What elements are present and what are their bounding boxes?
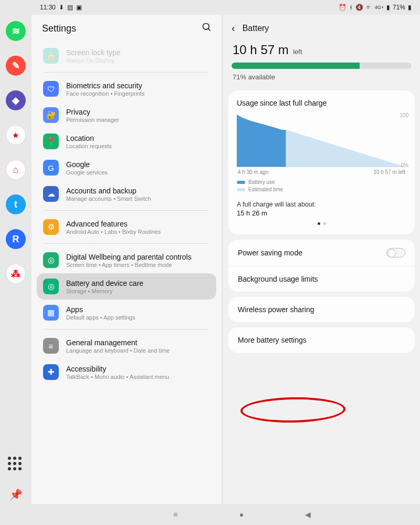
settings-item-general[interactable]: ≡General managementLanguage and keyboard…	[37, 333, 216, 359]
accounts-icon: ☁	[43, 186, 59, 202]
settings-item-apps[interactable]: ▦AppsDefault apps • App settings	[37, 300, 216, 326]
battery-title: Battery	[243, 24, 269, 33]
image-icon: ▣	[76, 4, 82, 11]
power-options-card: Power saving mode Background usage limit…	[228, 240, 415, 292]
wireless-card: Wireless power sharing	[228, 297, 415, 322]
wellbeing-title: Digital Wellbeing and parental controls	[66, 253, 192, 261]
dock-app-twitter[interactable]: t	[6, 194, 26, 214]
accounts-subtitle: Manage accounts • Smart Switch	[66, 195, 151, 202]
dock-app-home[interactable]: ⌂	[6, 160, 26, 180]
location-title: Location	[66, 134, 112, 142]
apps-grid-icon[interactable]	[8, 457, 24, 470]
battery-icon: ◎	[43, 279, 59, 294]
settings-list[interactable]: 🔒Screen lock typeAlways On Display🛡Biome…	[32, 43, 222, 504]
wifi-icon: ᯤ	[366, 4, 372, 11]
alarm-icon: ⏰	[339, 4, 346, 11]
legend-estimated: Estimated time	[237, 187, 406, 192]
search-icon[interactable]	[202, 22, 212, 35]
back-icon[interactable]: ‹	[232, 22, 235, 34]
settings-item-wellbeing[interactable]: ◎Digital Wellbeing and parental controls…	[37, 247, 216, 273]
dock-app-r[interactable]: R	[6, 229, 26, 249]
power-saving-label: Power saving mode	[238, 249, 302, 257]
nav-bar: ≡ ● ◀	[63, 504, 420, 525]
more-card: More battery settings	[228, 327, 415, 353]
settings-item-biometrics[interactable]: 🛡Biometrics and securityFace recognition…	[37, 76, 216, 102]
biometrics-title: Biometrics and security	[66, 81, 144, 90]
advanced-icon: ⚙	[43, 219, 59, 235]
accounts-title: Accounts and backup	[66, 187, 151, 195]
chart-y-top: 100	[400, 112, 408, 118]
wellbeing-subtitle: Screen time • App timers • Bedtime mode	[66, 262, 192, 268]
battery-title: Battery and device care	[66, 279, 143, 287]
battery-available: 71% available	[228, 73, 415, 86]
general-title: General management	[66, 338, 170, 347]
apps-icon: ▦	[43, 305, 59, 321]
settings-item-privacy[interactable]: 🔐PrivacyPermission manager	[37, 102, 216, 128]
notif-icon: ▤	[67, 4, 73, 11]
bluetooth-icon: ᚼ	[349, 4, 353, 11]
more-settings-row[interactable]: More battery settings	[228, 327, 415, 353]
chart-x-right: 10 h 57 m left	[373, 169, 405, 175]
accessibility-subtitle: TalkBack • Mono audio • Assistant menu	[66, 374, 169, 380]
mute-icon: 🔇	[355, 4, 363, 11]
usage-chart-svg	[237, 115, 406, 167]
svg-point-0	[203, 24, 209, 30]
dot-2	[323, 222, 326, 225]
legend-battery-use: Battery use	[237, 179, 406, 185]
advanced-title: Advanced features	[66, 220, 161, 228]
more-settings-label: More battery settings	[238, 336, 307, 344]
advanced-subtitle: Android Auto • Labs • Bixby Routines	[66, 229, 161, 235]
usage-card[interactable]: Usage since last full charge 100 0% 4 h …	[228, 90, 415, 234]
settings-item-battery[interactable]: ◎Battery and device careStorage • Memory	[37, 273, 216, 300]
google-title: Google	[66, 160, 108, 169]
download-icon: ⬇	[59, 4, 64, 11]
battery-icon: ▮	[408, 4, 412, 11]
biometrics-subtitle: Face recognition • Fingerprints	[66, 90, 144, 97]
dock-app-slack[interactable]: ⁂	[6, 264, 26, 284]
page-dots[interactable]	[237, 222, 406, 225]
privacy-title: Privacy	[66, 108, 119, 116]
settings-divider	[45, 72, 208, 73]
status-bar: 11:30 ⬇ ▤ ▣ ⏰ ᚼ 🔇 ᯤ 4G+ ▮ 71% ▮	[32, 0, 420, 15]
nav-back-icon[interactable]: ◀	[303, 510, 312, 519]
dock-app-notes[interactable]: ✎	[6, 56, 26, 76]
location-icon: 📍	[43, 133, 59, 149]
settings-item-location[interactable]: 📍LocationLocation requests	[37, 128, 216, 155]
usage-card-title: Usage since last full charge	[237, 99, 406, 107]
bg-usage-row[interactable]: Background usage limits	[228, 266, 415, 292]
time-remaining-suffix: left	[293, 48, 302, 56]
battery-bar	[232, 63, 412, 69]
power-saving-toggle[interactable]	[386, 248, 405, 258]
nav-home-icon[interactable]: ●	[237, 510, 246, 519]
full-charge-label: A full charge will last about:	[237, 201, 406, 208]
battery-bar-fill	[232, 63, 360, 69]
power-saving-row[interactable]: Power saving mode	[228, 240, 415, 266]
settings-panel: Settings 🔒Screen lock typeAlways On Disp…	[32, 15, 222, 504]
privacy-subtitle: Permission manager	[66, 117, 119, 123]
accessibility-icon: ✚	[43, 364, 59, 380]
dock-app-spotify[interactable]: ≋	[6, 21, 26, 41]
lockscreen-icon: 🔒	[43, 48, 59, 64]
google-subtitle: Google services	[66, 169, 108, 176]
settings-divider	[45, 329, 208, 330]
settings-item-accounts[interactable]: ☁Accounts and backupManage accounts • Sm…	[37, 181, 216, 207]
app-dock: ≋ ✎ ◆ ★ ⌂ t R ⁂ 📌	[0, 0, 32, 525]
dock-app-espn[interactable]: ★	[6, 125, 26, 145]
privacy-icon: 🔐	[43, 107, 59, 123]
svg-line-1	[208, 29, 211, 31]
clock: 11:30	[40, 4, 56, 11]
settings-item-google[interactable]: GGoogleGoogle services	[37, 155, 216, 181]
usage-chart: 100 0%	[237, 115, 406, 167]
dock-app-obsidian[interactable]: ◆	[6, 90, 26, 110]
time-remaining: 10 h 57 m left	[228, 42, 415, 58]
settings-item-accessibility[interactable]: ✚AccessibilityTalkBack • Mono audio • As…	[37, 359, 216, 385]
dot-1	[318, 222, 320, 225]
settings-item-lockscreen[interactable]: 🔒Screen lock typeAlways On Display	[37, 43, 216, 69]
nav-recent-icon[interactable]: ≡	[171, 510, 180, 519]
pin-icon[interactable]: 📌	[9, 488, 23, 501]
chart-x-left: 4 h 30 m ago	[238, 169, 268, 175]
wireless-power-label: Wireless power sharing	[238, 305, 314, 314]
wireless-power-row[interactable]: Wireless power sharing	[228, 297, 415, 322]
settings-item-advanced[interactable]: ⚙Advanced featuresAndroid Auto • Labs • …	[37, 214, 216, 240]
lockscreen-title: Screen lock type	[66, 48, 121, 57]
